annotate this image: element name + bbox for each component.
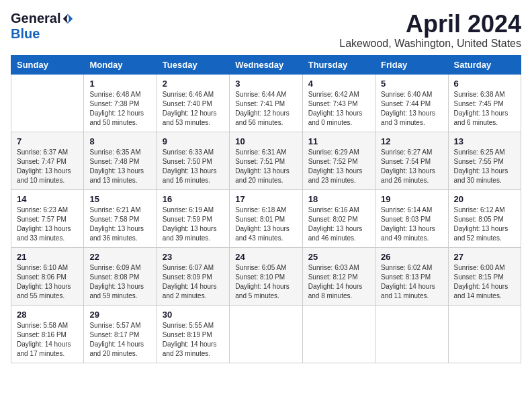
day-header-saturday: Saturday bbox=[448, 55, 521, 74]
calendar-day-cell: 22Sunrise: 6:09 AM Sunset: 8:08 PM Dayli… bbox=[84, 247, 157, 305]
day-header-wednesday: Wednesday bbox=[230, 55, 302, 74]
day-header-tuesday: Tuesday bbox=[157, 55, 229, 74]
day-number: 20 bbox=[454, 194, 515, 204]
day-number: 30 bbox=[163, 310, 224, 320]
day-info: Sunrise: 6:21 AM Sunset: 7:58 PM Dayligh… bbox=[89, 205, 150, 243]
day-number: 17 bbox=[235, 194, 296, 204]
day-number: 3 bbox=[235, 79, 296, 89]
month-title: April 2024 bbox=[339, 11, 521, 38]
day-info: Sunrise: 6:40 AM Sunset: 7:44 PM Dayligh… bbox=[381, 90, 442, 128]
day-number: 26 bbox=[381, 252, 442, 262]
day-info: Sunrise: 5:58 AM Sunset: 8:16 PM Dayligh… bbox=[17, 321, 78, 359]
day-number: 25 bbox=[308, 252, 369, 262]
calendar-day-cell: 26Sunrise: 6:02 AM Sunset: 8:13 PM Dayli… bbox=[375, 247, 448, 305]
day-info: Sunrise: 6:19 AM Sunset: 7:59 PM Dayligh… bbox=[163, 205, 224, 243]
calendar-day-cell: 7Sunrise: 6:37 AM Sunset: 7:47 PM Daylig… bbox=[11, 132, 84, 189]
calendar-day-cell: 23Sunrise: 6:07 AM Sunset: 8:09 PM Dayli… bbox=[157, 247, 229, 305]
logo-blue-text: Blue bbox=[11, 26, 40, 42]
logo-icon bbox=[62, 13, 74, 25]
calendar-day-cell: 18Sunrise: 6:16 AM Sunset: 8:02 PM Dayli… bbox=[302, 189, 375, 247]
day-info: Sunrise: 6:38 AM Sunset: 7:45 PM Dayligh… bbox=[454, 90, 515, 128]
calendar-day-cell: 20Sunrise: 6:12 AM Sunset: 8:05 PM Dayli… bbox=[448, 189, 521, 247]
day-info: Sunrise: 6:02 AM Sunset: 8:13 PM Dayligh… bbox=[381, 263, 442, 301]
calendar-day-cell: 4Sunrise: 6:42 AM Sunset: 7:43 PM Daylig… bbox=[302, 74, 375, 132]
day-info: Sunrise: 6:18 AM Sunset: 8:01 PM Dayligh… bbox=[235, 205, 296, 243]
logo: General Blue bbox=[11, 11, 74, 42]
logo-general-text: General bbox=[11, 11, 60, 26]
calendar-day-cell: 28Sunrise: 5:58 AM Sunset: 8:16 PM Dayli… bbox=[11, 305, 84, 363]
day-info: Sunrise: 6:27 AM Sunset: 7:54 PM Dayligh… bbox=[381, 148, 442, 185]
day-number: 23 bbox=[163, 252, 224, 262]
calendar-day-cell: 2Sunrise: 6:46 AM Sunset: 7:40 PM Daylig… bbox=[157, 74, 229, 132]
calendar-day-cell bbox=[230, 305, 302, 363]
calendar-week-row: 14Sunrise: 6:23 AM Sunset: 7:57 PM Dayli… bbox=[11, 189, 521, 247]
calendar-day-cell: 5Sunrise: 6:40 AM Sunset: 7:44 PM Daylig… bbox=[375, 74, 448, 132]
day-info: Sunrise: 6:31 AM Sunset: 7:51 PM Dayligh… bbox=[235, 148, 296, 185]
calendar-week-row: 1Sunrise: 6:48 AM Sunset: 7:38 PM Daylig… bbox=[11, 74, 521, 132]
day-number: 12 bbox=[381, 136, 442, 146]
day-number: 6 bbox=[454, 79, 515, 89]
day-info: Sunrise: 6:25 AM Sunset: 7:55 PM Dayligh… bbox=[454, 148, 515, 185]
header: General Blue April 2024 Lakewood, Washin… bbox=[11, 11, 521, 50]
calendar-day-cell: 17Sunrise: 6:18 AM Sunset: 8:01 PM Dayli… bbox=[230, 189, 302, 247]
day-header-monday: Monday bbox=[84, 55, 157, 74]
calendar-day-cell: 25Sunrise: 6:03 AM Sunset: 8:12 PM Dayli… bbox=[302, 247, 375, 305]
calendar-day-cell: 14Sunrise: 6:23 AM Sunset: 7:57 PM Dayli… bbox=[11, 189, 84, 247]
calendar-week-row: 28Sunrise: 5:58 AM Sunset: 8:16 PM Dayli… bbox=[11, 305, 521, 363]
calendar-day-cell: 3Sunrise: 6:44 AM Sunset: 7:41 PM Daylig… bbox=[230, 74, 302, 132]
day-number: 2 bbox=[163, 79, 224, 89]
calendar-day-cell: 1Sunrise: 6:48 AM Sunset: 7:38 PM Daylig… bbox=[84, 74, 157, 132]
day-header-thursday: Thursday bbox=[302, 55, 375, 74]
day-number: 15 bbox=[89, 194, 150, 204]
day-info: Sunrise: 6:16 AM Sunset: 8:02 PM Dayligh… bbox=[308, 205, 369, 243]
day-number: 9 bbox=[163, 136, 224, 146]
day-info: Sunrise: 6:23 AM Sunset: 7:57 PM Dayligh… bbox=[17, 205, 78, 243]
day-info: Sunrise: 6:48 AM Sunset: 7:38 PM Dayligh… bbox=[89, 90, 150, 128]
svg-marker-0 bbox=[68, 13, 73, 23]
day-info: Sunrise: 5:55 AM Sunset: 8:19 PM Dayligh… bbox=[163, 321, 224, 359]
day-info: Sunrise: 6:33 AM Sunset: 7:50 PM Dayligh… bbox=[163, 148, 224, 185]
calendar-header-row: SundayMondayTuesdayWednesdayThursdayFrid… bbox=[11, 55, 521, 74]
calendar-day-cell: 19Sunrise: 6:14 AM Sunset: 8:03 PM Dayli… bbox=[375, 189, 448, 247]
day-info: Sunrise: 6:10 AM Sunset: 8:06 PM Dayligh… bbox=[17, 263, 78, 301]
day-number: 18 bbox=[308, 194, 369, 204]
day-number: 29 bbox=[89, 310, 150, 320]
day-number: 8 bbox=[89, 136, 150, 146]
calendar-day-cell: 27Sunrise: 6:00 AM Sunset: 8:15 PM Dayli… bbox=[448, 247, 521, 305]
day-number: 22 bbox=[89, 252, 150, 262]
day-number: 5 bbox=[381, 79, 442, 89]
calendar-day-cell: 12Sunrise: 6:27 AM Sunset: 7:54 PM Dayli… bbox=[375, 132, 448, 189]
day-header-sunday: Sunday bbox=[11, 55, 84, 74]
day-number: 24 bbox=[235, 252, 296, 262]
calendar-table: SundayMondayTuesdayWednesdayThursdayFrid… bbox=[11, 55, 521, 363]
day-number: 1 bbox=[89, 79, 150, 89]
day-info: Sunrise: 6:35 AM Sunset: 7:48 PM Dayligh… bbox=[89, 148, 150, 185]
calendar-day-cell bbox=[448, 305, 521, 363]
calendar-day-cell: 29Sunrise: 5:57 AM Sunset: 8:17 PM Dayli… bbox=[84, 305, 157, 363]
calendar-day-cell: 9Sunrise: 6:33 AM Sunset: 7:50 PM Daylig… bbox=[157, 132, 229, 189]
day-number: 4 bbox=[308, 79, 369, 89]
calendar-day-cell bbox=[375, 305, 448, 363]
svg-marker-1 bbox=[63, 13, 68, 23]
location-title: Lakewood, Washington, United States bbox=[339, 38, 521, 50]
day-info: Sunrise: 6:46 AM Sunset: 7:40 PM Dayligh… bbox=[163, 90, 224, 128]
day-number: 28 bbox=[17, 310, 78, 320]
calendar-day-cell: 24Sunrise: 6:05 AM Sunset: 8:10 PM Dayli… bbox=[230, 247, 302, 305]
day-number: 11 bbox=[308, 136, 369, 146]
day-number: 19 bbox=[381, 194, 442, 204]
calendar-day-cell: 10Sunrise: 6:31 AM Sunset: 7:51 PM Dayli… bbox=[230, 132, 302, 189]
day-number: 7 bbox=[17, 136, 78, 146]
calendar-day-cell: 6Sunrise: 6:38 AM Sunset: 7:45 PM Daylig… bbox=[448, 74, 521, 132]
day-info: Sunrise: 6:09 AM Sunset: 8:08 PM Dayligh… bbox=[89, 263, 150, 301]
day-info: Sunrise: 6:14 AM Sunset: 8:03 PM Dayligh… bbox=[381, 205, 442, 243]
calendar-day-cell bbox=[302, 305, 375, 363]
title-area: April 2024 Lakewood, Washington, United … bbox=[339, 11, 521, 50]
day-number: 16 bbox=[163, 194, 224, 204]
day-number: 10 bbox=[235, 136, 296, 146]
day-info: Sunrise: 6:29 AM Sunset: 7:52 PM Dayligh… bbox=[308, 148, 369, 185]
day-info: Sunrise: 6:03 AM Sunset: 8:12 PM Dayligh… bbox=[308, 263, 369, 301]
day-number: 14 bbox=[17, 194, 78, 204]
calendar-day-cell: 15Sunrise: 6:21 AM Sunset: 7:58 PM Dayli… bbox=[84, 189, 157, 247]
calendar-day-cell bbox=[11, 74, 84, 132]
calendar-day-cell: 11Sunrise: 6:29 AM Sunset: 7:52 PM Dayli… bbox=[302, 132, 375, 189]
